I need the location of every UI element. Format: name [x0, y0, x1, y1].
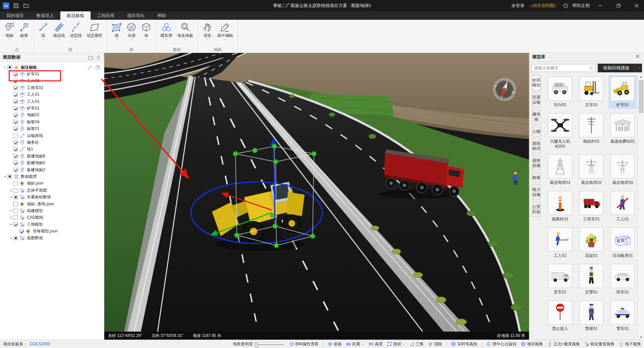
layer-tree-item-地标02[interactable]: 地标02: [0, 112, 104, 119]
save-icon[interactable]: [13, 2, 19, 9]
expander-closed-icon[interactable]: [9, 215, 13, 220]
layer-label[interactable]: 标签01: [27, 126, 39, 132]
chevron-down-icon[interactable]: [115, 39, 118, 41]
model-category-全部模型[interactable]: 全部模型: [532, 75, 541, 90]
model-item-SUV01[interactable]: SUV01: [546, 75, 574, 109]
layer-tree-item-倾斜.json[interactable]: 倾斜.json: [0, 180, 104, 187]
layer-label[interactable]: 工人01: [27, 92, 39, 97]
no-entry-thumb[interactable]: [548, 300, 572, 325]
layer-tree-item-标签04[interactable]: 标签04: [0, 119, 104, 125]
dump-truck-thumb[interactable]: [579, 191, 603, 215]
model-item-花盆01[interactable]: 花盆01: [577, 226, 605, 260]
layer-checkbox[interactable]: [13, 202, 18, 206]
layer-tree-item-工人01[interactable]: 工人01: [0, 91, 104, 98]
layer-tree-item-临建模型[interactable]: 临建模型: [0, 207, 104, 214]
layer-tree-item-数据图层[interactable]: 数据图层: [0, 173, 104, 180]
model-search-box[interactable]: [531, 64, 595, 72]
layer-checkbox[interactable]: [13, 161, 18, 165]
layer-tree-item-新建地标6[interactable]: 新建地标6: [0, 153, 104, 159]
layer-checkbox[interactable]: [13, 127, 18, 131]
search-icon[interactable]: [589, 66, 593, 70]
layer-checkbox[interactable]: [13, 195, 18, 199]
menu-tab-我的项目[interactable]: 我的项目: [0, 11, 30, 20]
layer-label[interactable]: 地标02: [27, 112, 39, 118]
layer-checkbox[interactable]: [13, 106, 18, 111]
ribbon-button-模型库[interactable]: 模型库: [158, 21, 175, 41]
menu-tab-帮助[interactable]: 帮助: [151, 11, 172, 20]
scroll-down-icon[interactable]: ▼: [638, 335, 644, 340]
layer-checkbox[interactable]: [7, 175, 12, 179]
menu-tab-标注标绘[interactable]: 标注标绘: [60, 11, 91, 20]
police-thumb[interactable]: [579, 300, 603, 325]
layer-label[interactable]: 工程车01: [27, 85, 43, 91]
layer-label[interactable]: 倾斜 -透明.json: [27, 201, 54, 207]
layer-checkbox[interactable]: [13, 188, 18, 193]
power-tower2-thumb[interactable]: [579, 154, 603, 179]
chevron-down-icon[interactable]: [165, 39, 168, 41]
layer-checkbox[interactable]: [19, 229, 24, 233]
chevron-down-icon[interactable]: [23, 39, 25, 41]
model-category-交通运输[interactable]: 交通运输: [532, 92, 541, 108]
layer-tree-item-新建地标5[interactable]: 新建地标5: [0, 159, 104, 166]
layer-checkbox[interactable]: [13, 72, 18, 76]
toll-station-thumb[interactable]: [610, 113, 635, 137]
scroll-up-icon[interactable]: ▲: [638, 74, 644, 79]
layer-tree-item-工程车01[interactable]: 工程车01: [0, 84, 104, 91]
layer-checkbox[interactable]: [13, 86, 18, 90]
power-tower3-thumb[interactable]: [610, 154, 635, 179]
ribbon-button-浏览[interactable]: 浏览: [200, 21, 215, 41]
model-category-道路设施[interactable]: 道路设施: [532, 155, 541, 171]
model-item-大疆无人机M200[interactable]: 大疆无人机M200: [546, 112, 574, 150]
cabin-thumb[interactable]: [610, 227, 635, 252]
model-item-警察01[interactable]: 警察01: [577, 299, 605, 333]
status-tool-地下视角[interactable]: 地下视角: [619, 341, 641, 347]
chevron-down-icon[interactable]: [130, 39, 133, 41]
expander-closed-icon[interactable]: [9, 208, 13, 213]
chevron-down-icon[interactable]: [224, 39, 226, 41]
chevron-down-icon[interactable]: [206, 39, 209, 41]
layer-checkbox[interactable]: [13, 236, 18, 240]
edit-pencil-icon[interactable]: [88, 65, 92, 70]
layer-label[interactable]: 标注标绘: [21, 65, 37, 70]
model-item-叉车01[interactable]: 叉车01: [577, 75, 605, 109]
layer-checkbox[interactable]: [13, 147, 18, 151]
utility-pole-thumb[interactable]: [579, 113, 603, 137]
ribbon-button-动态线[interactable]: 动态线: [67, 21, 84, 41]
model-category-电力设施[interactable]: 电力设施: [532, 185, 541, 200]
model-item-货车01[interactable]: 货车01: [546, 263, 574, 296]
menu-tab-项目导出[interactable]: 项目导出: [121, 11, 151, 20]
layer-tree-item-标注标绘[interactable]: 标注标绘: [0, 64, 104, 71]
layer-tree-item-新建地标2[interactable]: 新建地标2: [0, 166, 104, 173]
chevron-down-icon[interactable]: [635, 64, 642, 72]
status-tool-实时等高线[interactable]: 实时等高线: [451, 341, 477, 347]
layer-label[interactable]: 所有模型.json: [33, 228, 57, 234]
model-item-高压电塔03[interactable]: 高压电塔03: [608, 153, 637, 187]
plant-thumb[interactable]: [579, 227, 603, 252]
ribbon-button-体[interactable]: 体: [139, 21, 154, 41]
expander-closed-icon[interactable]: [9, 188, 13, 193]
ribbon-button-地标[interactable]: 地标: [2, 21, 17, 41]
layer-tree-item-CAD图纸[interactable]: CAD图纸: [0, 214, 104, 221]
status-tool-高度[interactable]: 高度: [369, 341, 383, 347]
status-tool-距离[interactable]: 距离: [346, 341, 364, 347]
layer-tree-item-工人01[interactable]: 工人01: [0, 98, 104, 105]
ribbon-button-选中编辑[interactable]: 选中编辑: [215, 21, 235, 41]
open-folder-icon[interactable]: [23, 2, 30, 9]
ribbon-button-标签[interactable]: 标签: [17, 21, 32, 41]
chevron-down-icon[interactable]: [74, 39, 77, 41]
status-tool-清除[interactable]: 清除: [428, 341, 442, 347]
model-category-道路标识[interactable]: 道路标识: [532, 138, 541, 154]
layer-label[interactable]: 铲车01: [27, 106, 39, 111]
model-item-警车01[interactable]: 警车01: [608, 299, 637, 333]
model-search-input[interactable]: [533, 65, 589, 71]
menu-tab-工程应用[interactable]: 工程应用: [91, 11, 121, 20]
transparency-slider[interactable]: [254, 341, 285, 347]
van-thumb[interactable]: [548, 264, 572, 288]
ribbon-button-动态围栏[interactable]: 动态围栏: [84, 21, 105, 41]
status-tool-BIM属性查看[interactable]: BIM属性查看: [289, 341, 319, 347]
layer-tree-item-服务区[interactable]: 服务区: [0, 139, 104, 146]
status-tool-锁定垂直视角[interactable]: 锁定垂直视角: [584, 341, 614, 347]
model-category-植被[interactable]: 植被: [532, 172, 541, 183]
model-item-轿车01[interactable]: 轿车01: [608, 263, 637, 296]
model-category-公安应急[interactable]: 公安应急: [532, 202, 541, 217]
